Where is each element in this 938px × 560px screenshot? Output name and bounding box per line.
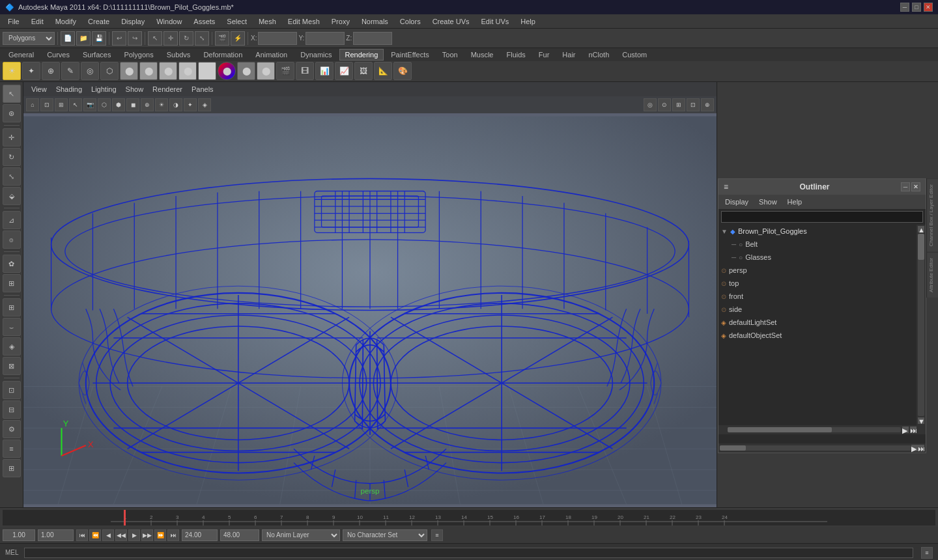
menu-proxy[interactable]: Proxy <box>326 16 355 27</box>
menu-edit[interactable]: Edit <box>26 16 49 27</box>
attribute-editor-tab[interactable]: Attribute Editor <box>927 252 938 298</box>
vscroll-down-btn[interactable]: ▼ <box>918 417 924 424</box>
shelf-icon-14[interactable]: ⬤ <box>257 62 275 80</box>
shelf-icon-4[interactable]: ✎ <box>61 62 79 80</box>
redo-button[interactable]: ↪ <box>128 31 142 46</box>
hscroll-track[interactable] <box>728 427 901 432</box>
ol-item-defaultlightset[interactable]: ◈ defaultLightSet <box>718 316 917 329</box>
prev-key-btn[interactable]: ⏪ <box>89 529 101 541</box>
hscroll-thumb[interactable] <box>728 427 832 432</box>
shelf-tab-surfaces[interactable]: Surfaces <box>77 49 117 61</box>
ol-item-root[interactable]: ▼ ◆ Brown_Pilot_Goggles <box>718 225 917 238</box>
rotate-btn[interactable]: ↻ <box>3 148 21 166</box>
next-key-btn[interactable]: ⏩ <box>154 529 166 541</box>
skip-to-start-btn[interactable]: ⏮ <box>76 529 88 541</box>
shelf-tab-painteffects[interactable]: PaintEffects <box>385 49 435 61</box>
vp-isolate-btn[interactable]: ◎ <box>644 98 657 111</box>
ol-item-glasses[interactable]: ─ ○ Glasses <box>718 251 917 264</box>
shelf-icon-11[interactable]: ⬤ <box>198 62 216 80</box>
start-frame-input[interactable] <box>38 529 74 541</box>
shelf-icon-19[interactable]: 🖼 <box>354 62 373 80</box>
shelf-icon-18[interactable]: 📈 <box>335 62 353 80</box>
move-btn[interactable]: ✛ <box>3 128 21 147</box>
vp-menu-renderer[interactable]: Renderer <box>149 84 186 94</box>
shelf-icon-16[interactable]: 🎞 <box>296 62 314 80</box>
menu-colors[interactable]: Colors <box>395 16 426 27</box>
shelf-icon-13[interactable]: ⬤ <box>237 62 255 80</box>
ol-item-side[interactable]: ⊙ side <box>718 303 917 316</box>
shelf-tab-fur[interactable]: Fur <box>533 49 556 61</box>
minimize-button[interactable]: ─ <box>900 3 909 12</box>
vscroll-thumb[interactable] <box>918 234 924 260</box>
vp-cam-btn[interactable]: 📷 <box>83 98 96 111</box>
shelf-icon-9[interactable]: ⬤ <box>159 62 177 80</box>
cb-scrollbar[interactable]: ▶ ⏭ <box>718 443 926 453</box>
universal-manip-btn[interactable]: ⬙ <box>3 187 21 205</box>
channel-box-btn[interactable]: ≡ <box>3 440 21 458</box>
menu-edit-uvs[interactable]: Edit UVs <box>476 16 515 27</box>
char-set-options-btn[interactable]: ≡ <box>431 529 443 541</box>
vp-xray-btn[interactable]: ⊙ <box>658 98 671 111</box>
menu-mesh[interactable]: Mesh <box>253 16 281 27</box>
menu-normals[interactable]: Normals <box>356 16 393 27</box>
current-frame-input[interactable] <box>3 529 35 541</box>
maximize-button[interactable]: □ <box>912 3 921 12</box>
soft-select-btn[interactable]: ⊿ <box>3 211 21 229</box>
attr-editor-btn[interactable]: ⊟ <box>3 400 21 419</box>
ol-item-top[interactable]: ⊙ top <box>718 277 917 290</box>
z-input[interactable] <box>353 32 392 45</box>
rotate-tool[interactable]: ↻ <box>179 31 193 46</box>
vp-home-btn[interactable]: ⌂ <box>26 98 39 111</box>
snap-to-curve-btn[interactable]: ⌣ <box>3 318 21 336</box>
shelf-icon-1[interactable]: ☀ <box>3 62 21 80</box>
vp-menu-shading[interactable]: Shading <box>52 84 86 94</box>
vp-menu-panels[interactable]: Panels <box>188 84 218 94</box>
viewport[interactable]: View Shading Lighting Show Renderer Pane… <box>23 82 717 507</box>
ol-item-front[interactable]: ⊙ front <box>718 290 917 303</box>
shelf-tab-dynamics[interactable]: Dynamics <box>294 49 337 61</box>
cb-scroll-right-btn[interactable]: ▶ <box>911 445 918 451</box>
cb-scroll-end-btn[interactable]: ⏭ <box>918 445 924 451</box>
menu-file[interactable]: File <box>3 16 25 27</box>
shelf-tab-ncloth[interactable]: nCloth <box>583 49 616 61</box>
vp-extra-btn[interactable]: ⊕ <box>701 98 714 111</box>
menu-modify[interactable]: Modify <box>50 16 81 27</box>
titlebar-controls[interactable]: ─ □ ✕ <box>900 3 933 12</box>
mel-input[interactable] <box>24 548 913 558</box>
menu-create-uvs[interactable]: Create UVs <box>427 16 475 27</box>
new-scene-button[interactable]: 📄 <box>61 31 75 46</box>
y-input[interactable] <box>306 32 345 45</box>
outliner-hscroll[interactable]: ▶ ⏭ <box>718 425 926 434</box>
vp-display-btn[interactable]: ◈ <box>198 98 211 111</box>
script-editor-btn[interactable]: ≡ <box>921 547 933 559</box>
menu-select[interactable]: Select <box>221 16 252 27</box>
shelf-icon-6[interactable]: ⬡ <box>100 62 119 80</box>
skip-to-end-btn[interactable]: ⏭ <box>167 529 179 541</box>
vp-shadow-btn[interactable]: ◑ <box>169 98 182 111</box>
anim-layer-select[interactable]: No Anim Layer <box>262 529 340 541</box>
total-frames-input[interactable] <box>220 529 259 541</box>
snap-to-view-btn[interactable]: ⊠ <box>3 357 21 375</box>
mode-selector[interactable]: Polygons Surfaces Animation Dynamics Ren… <box>3 32 55 45</box>
outliner-vscroll[interactable]: ▲ ▼ <box>917 225 926 425</box>
sculpt-btn[interactable]: ✿ <box>3 255 21 273</box>
vp-menu-view[interactable]: View <box>27 84 51 94</box>
channel-box-tab[interactable]: Channel Box / Layer Editor <box>927 178 938 252</box>
shelf-tab-deformation[interactable]: Deformation <box>197 49 248 61</box>
shelf-tab-muscle[interactable]: Muscle <box>465 49 500 61</box>
shelf-icon-3[interactable]: ⊕ <box>42 62 60 80</box>
menu-help[interactable]: Help <box>515 16 541 27</box>
outliner-min-btn[interactable]: ─ <box>901 182 910 191</box>
shelf-tab-rendering[interactable]: Rendering <box>339 49 384 61</box>
ol-menu-help[interactable]: Help <box>784 197 806 207</box>
vp-hud-btn[interactable]: ⊡ <box>687 98 700 111</box>
history-btn[interactable]: ⊡ <box>3 381 21 399</box>
shelf-icon-17[interactable]: 📊 <box>315 62 334 80</box>
shelf-tab-polygons[interactable]: Polygons <box>118 49 159 61</box>
shelf-icon-21[interactable]: 🎨 <box>393 62 412 80</box>
hscroll-end-btn[interactable]: ⏭ <box>910 427 917 433</box>
select-tool[interactable]: ↖ <box>148 31 162 46</box>
menu-assets[interactable]: Assets <box>188 16 220 27</box>
lasso-btn[interactable]: ⌾ <box>3 231 21 249</box>
ipr-button[interactable]: ⚡ <box>231 31 245 46</box>
